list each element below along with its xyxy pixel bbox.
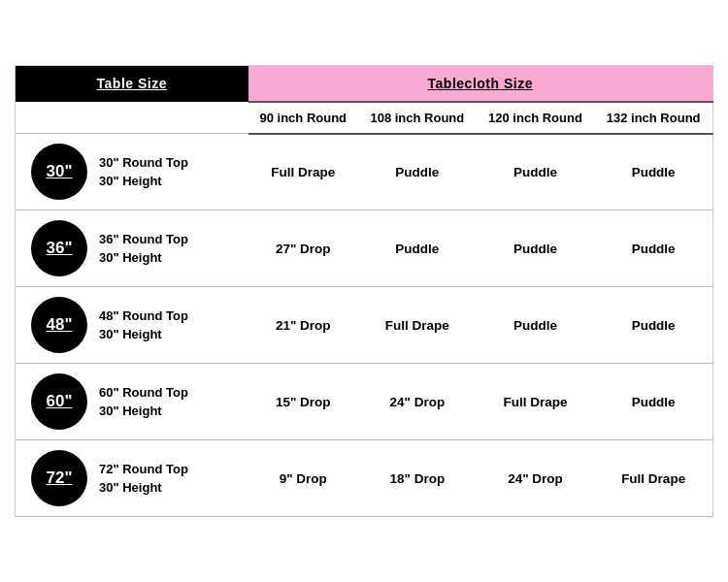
desc-text-4: 72" Round Top30" Height [99, 460, 188, 498]
cell-row2-col2: Full Drape [358, 287, 477, 364]
circle-3: 60" [31, 373, 87, 430]
cell-row2-col4: Puddle [594, 287, 712, 364]
desc-text-1: 36" Round Top30" Height [99, 230, 188, 268]
table-row: 72"72" Round Top30" Height9" Drop18" Dro… [16, 440, 713, 517]
cell-row0-col4: Puddle [594, 134, 712, 210]
subheader-120: 120 inch Round [477, 102, 595, 134]
cell-row1-col3: Puddle [477, 210, 595, 287]
circle-1: 36" [31, 220, 87, 276]
cell-row4-col1: 9" Drop [248, 440, 359, 517]
cell-row2-col3: Puddle [477, 287, 595, 364]
cell-row1-col1: 27" Drop [248, 210, 359, 287]
cell-row1-col2: Puddle [358, 210, 477, 287]
cell-row4-col3: 24" Drop [477, 440, 595, 517]
cell-row0-col3: Puddle [477, 134, 595, 210]
size-chart-table: Table Size Tablecloth Size 90 inch Round… [15, 65, 713, 518]
circle-4: 72" [31, 450, 87, 506]
table-row: 48"48" Round Top30" Height21" DropFull D… [16, 287, 713, 364]
cell-row0-col1: Full Drape [248, 134, 359, 210]
table-desc-cell-3: 60"60" Round Top30" Height [16, 364, 248, 440]
cell-row2-col1: 21" Drop [248, 287, 359, 364]
cell-row3-col1: 15" Drop [248, 364, 359, 440]
cell-row3-col4: Puddle [594, 364, 712, 440]
tablecloth-size-header: Tablecloth Size [248, 65, 713, 102]
subheader-108: 108 inch Round [358, 102, 477, 134]
circle-0: 30" [31, 144, 87, 200]
table-row: 30"30" Round Top30" HeightFull DrapePudd… [16, 134, 713, 210]
cell-row0-col2: Puddle [358, 134, 477, 210]
subheader-90: 90 inch Round [248, 102, 359, 134]
cell-row4-col4: Full Drape [594, 440, 712, 517]
table-desc-cell-4: 72"72" Round Top30" Height [16, 440, 248, 517]
desc-text-0: 30" Round Top30" Height [99, 153, 188, 191]
table-row: 60"60" Round Top30" Height15" Drop24" Dr… [16, 364, 713, 440]
circle-2: 48" [31, 297, 87, 353]
table-desc-cell-0: 30"30" Round Top30" Height [16, 134, 248, 210]
table-size-header: Table Size [16, 65, 248, 102]
cell-row3-col3: Full Drape [477, 364, 595, 440]
cell-row3-col2: 24" Drop [358, 364, 477, 440]
main-container: Table Size Tablecloth Size 90 inch Round… [15, 65, 713, 518]
cell-row1-col4: Puddle [594, 210, 712, 287]
cell-row4-col2: 18" Drop [358, 440, 477, 517]
subheader-132: 132 inch Round [594, 102, 712, 134]
empty-subheader [16, 102, 248, 134]
table-desc-cell-1: 36"36" Round Top30" Height [16, 210, 248, 287]
desc-text-3: 60" Round Top30" Height [99, 383, 188, 421]
desc-text-2: 48" Round Top30" Height [99, 307, 188, 344]
table-row: 36"36" Round Top30" Height27" DropPuddle… [16, 210, 713, 287]
table-desc-cell-2: 48"48" Round Top30" Height [16, 287, 248, 364]
